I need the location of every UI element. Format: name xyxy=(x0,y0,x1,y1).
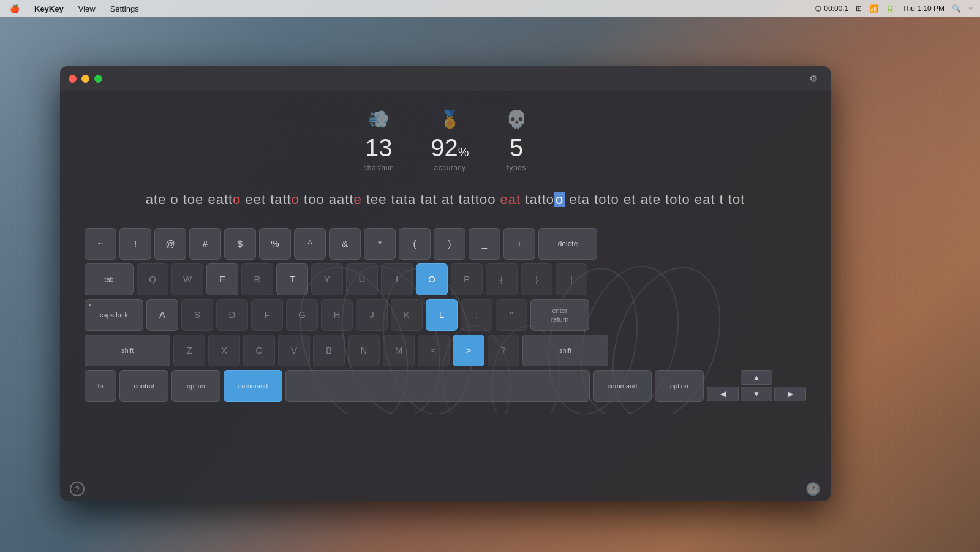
arrow-keys: ▲ ◀ ▼ ▶ xyxy=(707,370,806,401)
record-indicator: 00:00.1 xyxy=(815,4,848,13)
minimize-button[interactable] xyxy=(81,75,89,83)
key-pipe[interactable]: | xyxy=(556,263,587,295)
key-f[interactable]: F xyxy=(251,299,283,331)
key-plus[interactable]: + xyxy=(503,228,535,260)
key-i[interactable]: I xyxy=(381,263,413,295)
settings-menu[interactable]: Settings xyxy=(108,3,141,15)
key-command-left[interactable]: command xyxy=(224,370,282,402)
key-k[interactable]: K xyxy=(391,299,423,331)
key-asterisk[interactable]: * xyxy=(364,228,396,260)
menubar-left: 🍎 KeyKey View Settings xyxy=(7,3,141,15)
error-char: o xyxy=(233,192,241,207)
key-l[interactable]: L xyxy=(426,299,458,331)
key-d[interactable]: D xyxy=(216,299,248,331)
skull-icon: 💀 xyxy=(506,109,527,129)
key-rbrace[interactable]: } xyxy=(521,263,552,295)
key-row-3: • caps lock A S D F G H J K L ; " enter … xyxy=(85,299,806,331)
key-gt[interactable]: > xyxy=(453,335,484,366)
key-lt[interactable]: < xyxy=(418,335,450,366)
grid-icon: ⊞ xyxy=(856,4,862,13)
key-caps-lock[interactable]: • caps lock xyxy=(85,299,143,331)
typos-value: 5 xyxy=(510,135,523,160)
medal-icon: 🏅 xyxy=(439,109,461,129)
key-shift-right[interactable]: shift xyxy=(522,335,608,366)
search-icon[interactable]: 🔍 xyxy=(952,4,961,13)
list-icon[interactable]: ≡ xyxy=(968,4,973,13)
key-ampersand[interactable]: & xyxy=(329,228,361,260)
key-semicolon[interactable]: ; xyxy=(461,299,492,331)
typing-text-display: ate o toe eatto eet tatto too aatte tee … xyxy=(60,184,831,222)
key-row-2: tab Q W E R T Y U I O P { } | xyxy=(85,263,806,295)
key-w[interactable]: W xyxy=(172,263,203,295)
key-row-4: shift Z X C V B N M < > ? shift xyxy=(85,335,806,366)
key-fn[interactable]: fn xyxy=(85,370,116,402)
key-quote[interactable]: " xyxy=(496,299,527,331)
key-underscore[interactable]: _ xyxy=(469,228,500,260)
accuracy-value: 92% xyxy=(431,135,469,160)
key-lbrace[interactable]: { xyxy=(486,263,518,295)
key-arrow-left[interactable]: ◀ xyxy=(707,387,739,401)
key-b[interactable]: B xyxy=(313,335,345,366)
typed-word-2: too aatt xyxy=(300,192,354,207)
speed-stat: 💨 13 char/min xyxy=(363,109,394,172)
key-v[interactable]: V xyxy=(278,335,310,366)
key-h[interactable]: H xyxy=(321,299,353,331)
help-button[interactable]: ? xyxy=(70,482,85,496)
key-space[interactable] xyxy=(285,370,590,402)
key-hash[interactable]: # xyxy=(189,228,221,260)
key-e[interactable]: E xyxy=(206,263,238,295)
key-rparen[interactable]: ) xyxy=(434,228,466,260)
key-enter[interactable]: enter return xyxy=(530,299,589,331)
key-z[interactable]: Z xyxy=(173,335,205,366)
key-option-right[interactable]: option xyxy=(655,370,704,402)
key-option-left[interactable]: option xyxy=(172,370,221,402)
apple-menu[interactable]: 🍎 xyxy=(7,3,22,15)
key-command-right[interactable]: command xyxy=(593,370,652,402)
key-arrow-right[interactable]: ▶ xyxy=(774,387,806,401)
key-lparen[interactable]: ( xyxy=(399,228,431,260)
key-question[interactable]: ? xyxy=(488,335,519,366)
key-j[interactable]: J xyxy=(356,299,388,331)
key-control[interactable]: control xyxy=(119,370,168,402)
key-tab[interactable]: tab xyxy=(85,263,134,295)
key-shift-left[interactable]: shift xyxy=(85,335,170,366)
key-q[interactable]: Q xyxy=(137,263,168,295)
battery-icon: 🔋 xyxy=(886,4,895,13)
key-s[interactable]: S xyxy=(181,299,213,331)
key-tilde[interactable]: ~ xyxy=(85,228,116,260)
key-r[interactable]: R xyxy=(241,263,273,295)
app-name-menu[interactable]: KeyKey xyxy=(32,3,66,15)
menubar-right: 00:00.1 ⊞ 📶 🔋 Thu 1:10 PM 🔍 ≡ xyxy=(815,4,973,13)
key-n[interactable]: N xyxy=(348,335,380,366)
typed-word-3: tee tata tat at tattoo xyxy=(362,192,500,207)
key-at[interactable]: @ xyxy=(154,228,186,260)
typed-word-4: tatto xyxy=(521,192,554,207)
key-exclaim[interactable]: ! xyxy=(119,228,151,260)
close-button[interactable] xyxy=(69,75,77,83)
key-p[interactable]: P xyxy=(451,263,483,295)
key-dollar[interactable]: $ xyxy=(224,228,256,260)
key-c[interactable]: C xyxy=(243,335,275,366)
key-o[interactable]: O xyxy=(416,263,448,295)
key-g[interactable]: G xyxy=(286,299,318,331)
gear-button[interactable]: ⚙ xyxy=(805,70,822,87)
key-t[interactable]: T xyxy=(276,263,308,295)
key-m[interactable]: M xyxy=(383,335,415,366)
key-x[interactable]: X xyxy=(208,335,240,366)
key-u[interactable]: U xyxy=(346,263,378,295)
key-a[interactable]: A xyxy=(146,299,178,331)
key-arrow-up[interactable]: ▲ xyxy=(741,370,772,385)
key-caret[interactable]: ^ xyxy=(294,228,326,260)
remaining-text: eta toto et ate toto eat t tot xyxy=(565,192,745,207)
maximize-button[interactable] xyxy=(94,75,102,83)
history-clock-icon[interactable]: 🕐 xyxy=(805,482,821,496)
keyboard: ~ ! @ # $ % ^ & * ( ) _ + delete tab Q W… xyxy=(85,228,806,402)
typed-word: ate o toe eatt xyxy=(146,192,233,207)
key-delete[interactable]: delete xyxy=(538,228,597,260)
key-y[interactable]: Y xyxy=(311,263,343,295)
key-arrow-down[interactable]: ▼ xyxy=(741,387,772,401)
error-char-3: e xyxy=(354,192,362,207)
key-percent[interactable]: % xyxy=(259,228,291,260)
title-bar: ⚙ xyxy=(60,66,831,91)
view-menu[interactable]: View xyxy=(76,3,98,15)
